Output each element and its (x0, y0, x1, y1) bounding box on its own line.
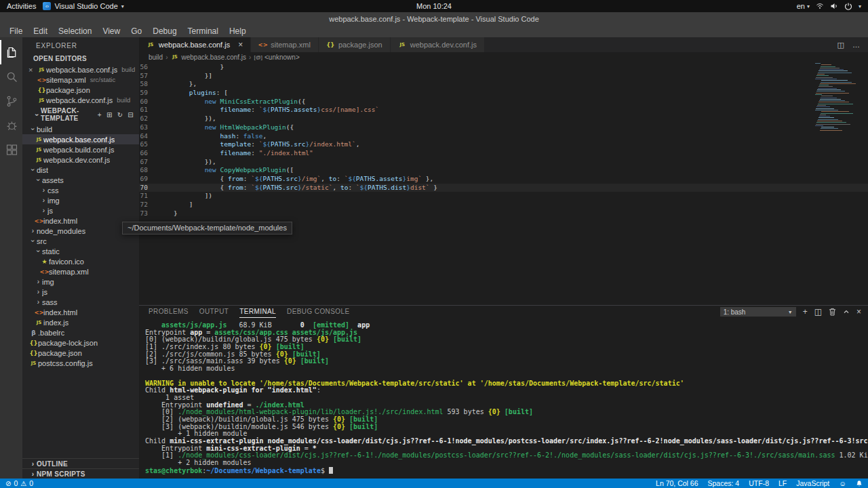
open-editor-item[interactable]: <>sitemap.xmlsrc/static (22, 75, 139, 85)
section-outline[interactable]: ›OUTLINE (22, 458, 139, 468)
menu-file[interactable]: File (4, 25, 28, 37)
tab-package.json[interactable]: {}package.json (319, 37, 391, 52)
code-line-67[interactable]: 67 }), (139, 158, 868, 167)
panel-tab-problems[interactable]: PROBLEMS (149, 306, 189, 318)
code-line-65[interactable]: 65 template: `${PATHS.src}/index.html`, (139, 140, 868, 149)
breadcrumb-item[interactable]: JSwebpack.base.conf.js (170, 54, 246, 61)
activities-button[interactable]: Activities (7, 2, 36, 10)
code-line-59[interactable]: 59 plugins: [ (139, 89, 868, 98)
terminal-output[interactable]: assets/js/app.js 68.9 KiB 0 [emitted] ap… (139, 318, 868, 479)
tree-item-js[interactable]: ›js (22, 287, 139, 297)
menu-view[interactable]: View (97, 25, 125, 37)
maximize-panel-icon[interactable] (843, 308, 850, 315)
tree-item-js[interactable]: ›js (22, 205, 139, 216)
keyboard-layout-indicator[interactable]: en ▾ (797, 2, 810, 10)
menu-debug[interactable]: Debug (147, 25, 182, 37)
eol[interactable]: LF (778, 479, 787, 487)
power-icon[interactable] (844, 2, 852, 10)
tree-item-dist[interactable]: ›dist (22, 165, 139, 175)
tree-item-build[interactable]: ›build (22, 124, 139, 134)
minimap[interactable] (814, 63, 856, 136)
tab-webpack.base.conf.js[interactable]: JSwebpack.base.conf.js× (139, 37, 251, 52)
new-terminal-icon[interactable]: + (803, 307, 808, 317)
tree-item-img[interactable]: ›img (22, 195, 139, 205)
activity-extensions-icon[interactable] (0, 138, 22, 162)
tree-item-webpack.base.conf.js[interactable]: JSwebpack.base.conf.js (22, 134, 139, 144)
app-menu-button[interactable]: ‹› Visual Studio Code ▾ (43, 2, 123, 10)
window-titlebar[interactable]: webpack.base.conf.js - Webpack-template … (0, 12, 868, 25)
panel-tab-terminal[interactable]: TERMINAL (239, 306, 276, 318)
close-tab-icon[interactable]: × (238, 40, 243, 49)
activity-explorer-icon[interactable] (0, 40, 22, 64)
section-npm-scripts[interactable]: ›NPM SCRIPTS (22, 468, 139, 479)
activity-search-icon[interactable] (0, 64, 22, 89)
code-line-72[interactable]: 72 ] (139, 201, 868, 209)
kill-terminal-icon[interactable] (829, 308, 836, 316)
open-editor-item[interactable]: JSwebpack.dev.conf.jsbuild (22, 95, 139, 105)
chevron-down-icon[interactable]: ▾ (859, 3, 861, 9)
open-editors-header[interactable]: OPEN EDITORS (22, 53, 139, 64)
code-line-66[interactable]: 66 filename: "./index.html" (139, 149, 868, 158)
code-line-63[interactable]: 63 new HtmlWebpackPlugin({ (139, 123, 868, 132)
code-editor[interactable]: 56 }57 }]58 },59 plugins: [60 new MiniCs… (139, 62, 868, 305)
new-folder-icon[interactable]: ⊞ (106, 111, 113, 119)
tree-item-static[interactable]: ›static (22, 246, 139, 256)
refresh-icon[interactable]: ↻ (117, 111, 123, 119)
tree-item-postcss.config.js[interactable]: JSpostcss.config.js (22, 358, 139, 368)
feedback-icon[interactable]: ☺ (839, 479, 846, 487)
split-terminal-icon[interactable]: ◫ (814, 307, 822, 317)
code-line-69[interactable]: 69 { from: `${PATHS.src}/img`, to: `${PA… (139, 175, 868, 184)
code-line-68[interactable]: 68 new CopyWebpackPlugin([ (139, 166, 868, 175)
network-icon[interactable] (816, 2, 824, 10)
tree-item-img[interactable]: ›img (22, 277, 139, 287)
tree-item-src[interactable]: ›src (22, 236, 139, 246)
close-panel-icon[interactable]: × (856, 307, 861, 317)
tree-item-sitemap.xml[interactable]: <>sitemap.xml (22, 266, 139, 277)
close-editor-icon[interactable]: × (28, 66, 33, 74)
split-editor-icon[interactable]: ◫ (837, 41, 844, 49)
tree-item-assets[interactable]: ›assets (22, 175, 139, 185)
tree-item-index.html[interactable]: <>index.html (22, 307, 139, 317)
tree-item-index.js[interactable]: JSindex.js (22, 317, 139, 327)
breadcrumb-item[interactable]: [@]<unknown> (254, 54, 299, 61)
open-editor-item[interactable]: {}package.json (22, 85, 139, 95)
indentation[interactable]: Spaces: 4 (708, 479, 740, 487)
code-line-61[interactable]: 61 filename: `${PATHS.assets}css/[name].… (139, 106, 868, 115)
activity-debug-icon[interactable] (0, 113, 22, 138)
menu-go[interactable]: Go (125, 25, 147, 37)
code-line-64[interactable]: 64 hash: false, (139, 132, 868, 141)
tree-item-css[interactable]: ›css (22, 185, 139, 195)
tree-item-favicon.ico[interactable]: ★favicon.ico (22, 256, 139, 266)
new-file-icon[interactable]: + (98, 111, 102, 119)
code-line-58[interactable]: 58 }, (139, 80, 868, 89)
notifications-bell-icon[interactable] (856, 480, 863, 487)
tree-item-package-lock.json[interactable]: {}package-lock.json (22, 338, 139, 348)
tab-sitemap.xml[interactable]: <>sitemap.xml (251, 37, 319, 52)
cursor-position[interactable]: Ln 70, Col 66 (656, 479, 698, 487)
panel-tab-output[interactable]: OUTPUT (199, 306, 229, 318)
code-line-71[interactable]: 71 ]) (139, 192, 868, 201)
menu-terminal[interactable]: Terminal (182, 25, 224, 37)
encoding[interactable]: UTF-8 (749, 479, 769, 487)
workspace-header[interactable]: › WEBPACK-TEMPLATE + ⊞ ↻ ⊟ (22, 105, 139, 124)
collapse-all-icon[interactable]: ⊟ (127, 111, 134, 119)
volume-icon[interactable] (830, 2, 838, 10)
problems-indicator[interactable]: ⊘ 0 ⚠ 0 (5, 479, 33, 487)
code-line-56[interactable]: 56 } (139, 63, 868, 72)
code-line-73[interactable]: 73 } (139, 209, 868, 218)
panel-tab-debug-console[interactable]: DEBUG CONSOLE (287, 306, 349, 318)
menu-help[interactable]: Help (224, 25, 252, 37)
tree-item-package.json[interactable]: {}package.json (22, 348, 139, 358)
clock[interactable]: Mon 10:24 (416, 2, 452, 10)
tree-item-.babelrc[interactable]: β.babelrc (22, 327, 139, 338)
code-line-60[interactable]: 60 new MiniCssExtractPlugin({ (139, 98, 868, 106)
terminal-shell-selector[interactable]: 1: bash ▼ (720, 307, 796, 317)
activity-source-control-icon[interactable] (0, 89, 22, 113)
menu-selection[interactable]: Selection (53, 25, 97, 37)
code-line-70[interactable]: 70 { from: `${PATHS.src}/static`, to: `$… (139, 184, 868, 192)
code-line-57[interactable]: 57 }] (139, 72, 868, 81)
menu-edit[interactable]: Edit (28, 25, 53, 37)
breadcrumb-item[interactable]: build (149, 54, 163, 61)
open-editor-item[interactable]: ×JSwebpack.base.conf.jsbuild (22, 64, 139, 75)
language-mode[interactable]: JavaScript (796, 479, 829, 487)
